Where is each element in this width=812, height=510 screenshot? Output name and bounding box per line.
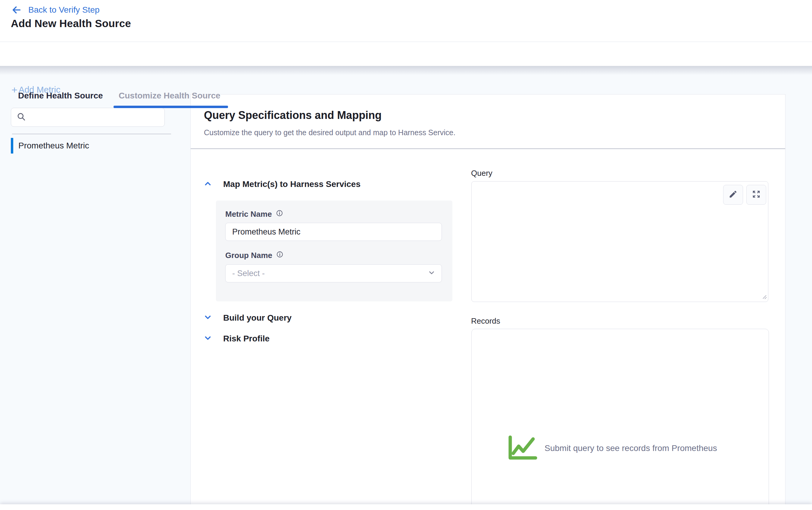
chevron-down-icon xyxy=(203,334,212,344)
page-title: Add New Health Source xyxy=(11,18,131,30)
group-name-select[interactable]: - Select - xyxy=(225,264,442,282)
metric-search-box xyxy=(11,108,165,127)
records-panel: Submit query to see records from Prometh… xyxy=(471,329,769,510)
map-metrics-form-panel: Metric Name Group Name - Select xyxy=(216,201,453,301)
active-tab-indicator xyxy=(114,106,228,108)
metric-search-input[interactable] xyxy=(26,113,165,122)
card-title: Query Specifications and Mapping xyxy=(204,109,382,122)
add-health-source-page: { "header": { "back": "Back to Verify St… xyxy=(0,0,812,510)
card-subtitle: Customize the query to get the desired o… xyxy=(204,128,455,137)
group-name-placeholder: - Select - xyxy=(232,269,428,278)
tab-define-health-source[interactable]: Define Health Source xyxy=(18,91,103,100)
records-empty-text: Submit query to see records from Prometh… xyxy=(545,444,717,453)
chevron-down-icon xyxy=(203,313,212,323)
selected-indicator-bar xyxy=(11,138,13,154)
query-specifications-card: Query Specifications and Mapping Customi… xyxy=(190,94,785,510)
line-chart-icon xyxy=(507,435,537,461)
section-risk-profile-toggle[interactable]: Risk Profile xyxy=(203,334,269,344)
chevron-up-icon xyxy=(203,179,212,189)
section-map-metrics-label: Map Metric(s) to Harness Services xyxy=(223,179,360,189)
info-icon[interactable] xyxy=(276,251,283,260)
fullscreen-icon xyxy=(752,190,761,200)
tab-customize-health-source[interactable]: Customize Health Source xyxy=(119,91,221,100)
tab-bar-shadow xyxy=(0,66,812,75)
plus-icon: + xyxy=(11,86,18,94)
expand-query-button[interactable] xyxy=(746,185,766,205)
back-link-label: Back to Verify Step xyxy=(28,5,100,15)
section-build-query-label: Build your Query xyxy=(223,313,292,323)
section-map-metrics-toggle[interactable]: Map Metric(s) to Harness Services xyxy=(203,179,360,189)
metric-name-label: Metric Name xyxy=(225,210,272,219)
metric-item-label: Prometheus Metric xyxy=(18,141,89,151)
section-build-query-toggle[interactable]: Build your Query xyxy=(203,313,292,323)
metric-name-label-row: Metric Name xyxy=(225,210,283,219)
back-arrow-icon xyxy=(11,5,22,15)
search-icon xyxy=(17,112,26,123)
back-to-verify-step-link[interactable]: Back to Verify Step xyxy=(11,5,100,15)
info-icon[interactable] xyxy=(276,210,283,219)
records-label: Records xyxy=(471,317,500,326)
group-name-label: Group Name xyxy=(225,251,272,260)
sidebar-divider xyxy=(12,134,171,134)
page-header: Back to Verify Step Add New Health Sourc… xyxy=(0,0,812,42)
query-label: Query xyxy=(471,169,492,178)
query-editor xyxy=(471,181,768,302)
edit-query-button[interactable] xyxy=(723,185,743,205)
health-source-tabs: Define Health Source Customize Health So… xyxy=(0,42,812,66)
metric-list-item-prometheus[interactable]: Prometheus Metric xyxy=(11,136,171,155)
section-risk-profile-label: Risk Profile xyxy=(223,334,269,343)
pencil-icon xyxy=(729,190,737,200)
card-divider xyxy=(191,148,785,149)
records-empty-state: Submit query to see records from Prometh… xyxy=(507,435,717,461)
chevron-down-icon xyxy=(428,269,436,278)
footer-bar xyxy=(0,504,812,510)
group-name-label-row: Group Name xyxy=(225,251,283,260)
metric-name-input[interactable] xyxy=(225,223,442,241)
